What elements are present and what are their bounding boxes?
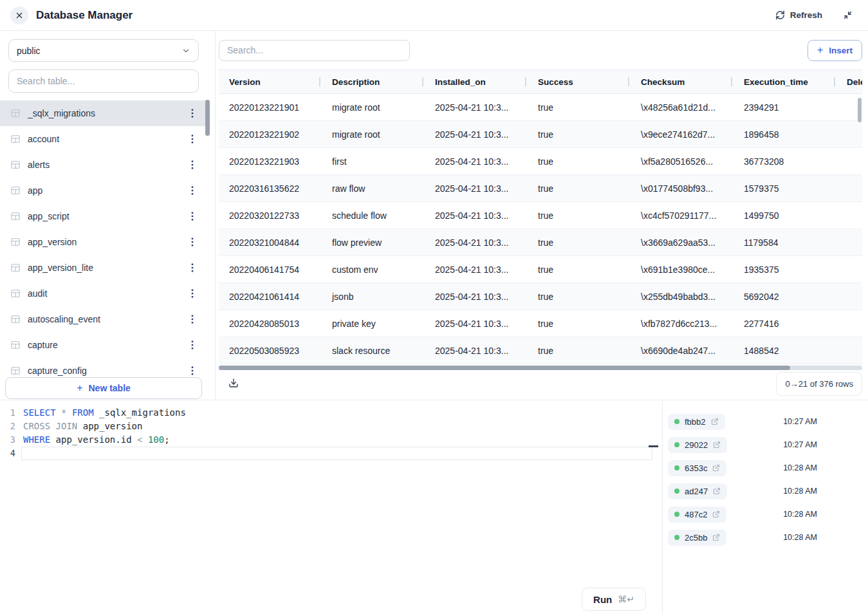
cell-success[interactable]: true	[528, 156, 631, 167]
cell-execution-time[interactable]: 1896458	[734, 129, 836, 140]
refresh-button[interactable]: Refresh	[775, 10, 822, 20]
cell-installed-on[interactable]: 2025-04-21 10:3...	[425, 129, 528, 140]
history-item[interactable]: 6353c 10:28 AM	[663, 456, 868, 479]
cell-checksum[interactable]: \x691b1e3980ce...	[631, 265, 734, 275]
kebab-menu-icon[interactable]: ⋮	[185, 184, 200, 197]
cell-version[interactable]: 20220321004844	[219, 237, 322, 248]
table-row[interactable]: 20220123221902 migrate root 2025-04-21 1…	[219, 121, 862, 148]
cell-success[interactable]: true	[528, 319, 631, 329]
kebab-menu-icon[interactable]: ⋮	[185, 339, 200, 351]
table-row[interactable]: 20220421061414 jsonb 2025-04-21 10:3... …	[219, 283, 862, 310]
column-header[interactable]: Checksum	[631, 77, 734, 87]
close-button[interactable]	[10, 6, 28, 24]
table-row[interactable]: 20220320122733 schedule flow 2025-04-21 …	[219, 202, 862, 229]
query-result-pill[interactable]: 6353c	[668, 460, 726, 476]
cell-execution-time[interactable]: 1935375	[734, 265, 836, 275]
history-item[interactable]: 487c2 10:28 AM	[663, 503, 868, 526]
sidebar-table-item[interactable]: alerts ⋮	[0, 152, 207, 178]
external-link-icon[interactable]	[712, 534, 720, 541]
external-link-icon[interactable]	[712, 510, 720, 518]
cell-success[interactable]: true	[528, 265, 631, 275]
sidebar-table-item[interactable]: app ⋮	[0, 178, 207, 203]
cell-success[interactable]: true	[528, 237, 631, 248]
insert-button[interactable]: + Insert	[808, 40, 862, 61]
sidebar-table-item[interactable]: app_version_lite ⋮	[0, 255, 207, 281]
kebab-menu-icon[interactable]: ⋮	[185, 158, 200, 171]
cell-version[interactable]: 20220428085013	[219, 319, 322, 329]
table-search-input[interactable]	[8, 70, 199, 92]
cell-description[interactable]: private key	[322, 319, 425, 329]
sidebar-table-item[interactable]: capture_config ⋮	[0, 358, 207, 377]
code-line[interactable]: 1SELECT * FROM _sqlx_migrations	[0, 406, 662, 420]
sidebar-table-item[interactable]: capture ⋮	[0, 332, 207, 358]
cell-description[interactable]: schedule flow	[322, 210, 425, 221]
sidebar-table-item[interactable]: app_version ⋮	[0, 229, 207, 255]
cell-checksum[interactable]: \xfb7827d6cc213...	[631, 319, 734, 329]
query-result-pill[interactable]: ad247	[668, 483, 727, 499]
kebab-menu-icon[interactable]: ⋮	[185, 364, 200, 377]
cell-installed-on[interactable]: 2025-04-21 10:3...	[425, 237, 528, 248]
kebab-menu-icon[interactable]: ⋮	[185, 287, 200, 300]
column-header[interactable]: Version	[219, 77, 322, 87]
history-item[interactable]: 2c5bb 10:28 AM	[663, 526, 868, 549]
history-item[interactable]: fbbb2 10:27 AM	[663, 410, 868, 433]
kebab-menu-icon[interactable]: ⋮	[185, 210, 200, 223]
sidebar-table-item[interactable]: _sqlx_migrations ⋮	[0, 100, 207, 126]
code-line[interactable]: 3WHERE app_version.id < 100;	[0, 433, 662, 447]
cell-version[interactable]: 20220406141754	[219, 265, 322, 275]
horizontal-scrollbar[interactable]	[219, 366, 862, 370]
query-result-pill[interactable]: 2c5bb	[668, 530, 726, 546]
kebab-menu-icon[interactable]: ⋮	[185, 236, 200, 248]
cell-description[interactable]: migrate root	[322, 102, 425, 113]
cell-description[interactable]: flow preview	[322, 237, 425, 248]
schema-select[interactable]: public	[8, 39, 199, 62]
cell-checksum[interactable]: \x255db49babd3...	[631, 292, 734, 302]
cell-installed-on[interactable]: 2025-04-21 10:3...	[425, 346, 528, 356]
query-result-pill[interactable]: 29022	[668, 437, 727, 453]
cell-version[interactable]: 20220123221902	[219, 129, 322, 140]
cell-checksum[interactable]: \xc4cf570291177...	[631, 210, 734, 221]
cell-success[interactable]: true	[528, 102, 631, 113]
cell-description[interactable]: jsonb	[322, 292, 425, 302]
query-result-pill[interactable]: 487c2	[668, 507, 726, 523]
external-link-icon[interactable]	[711, 418, 719, 425]
cell-execution-time[interactable]: 1579375	[734, 183, 836, 194]
new-table-button[interactable]: + New table	[5, 377, 202, 399]
cell-execution-time[interactable]: 1499750	[734, 210, 836, 221]
external-link-icon[interactable]	[713, 441, 721, 449]
history-item[interactable]: ad247 10:28 AM	[663, 479, 868, 503]
column-header[interactable]: Dele	[836, 77, 862, 87]
table-row[interactable]: 20220428085013 private key 2025-04-21 10…	[219, 310, 862, 337]
editor-scroll-handle[interactable]	[649, 445, 658, 447]
cell-description[interactable]: custom env	[322, 265, 425, 275]
column-header[interactable]: Description	[322, 77, 425, 87]
query-result-pill[interactable]: fbbb2	[668, 414, 725, 430]
table-row[interactable]: 20220503085923 slack resource 2025-04-21…	[219, 337, 862, 364]
cell-checksum[interactable]: \x3669a629aa53...	[631, 237, 734, 248]
cell-version[interactable]: 20220123221901	[219, 102, 322, 113]
cell-execution-time[interactable]: 36773208	[734, 156, 836, 167]
cell-execution-time[interactable]: 1179584	[734, 237, 836, 248]
cell-installed-on[interactable]: 2025-04-21 10:3...	[425, 183, 528, 194]
cell-success[interactable]: true	[528, 210, 631, 221]
table-row[interactable]: 20220123221903 first 2025-04-21 10:3... …	[219, 148, 862, 175]
cell-execution-time[interactable]: 2394291	[734, 102, 836, 113]
cell-installed-on[interactable]: 2025-04-21 10:3...	[425, 156, 528, 167]
compress-button[interactable]	[843, 10, 853, 20]
cell-version[interactable]: 20220123221903	[219, 156, 322, 167]
cell-installed-on[interactable]: 2025-04-21 10:3...	[425, 265, 528, 275]
cell-execution-time[interactable]: 5692042	[734, 292, 836, 302]
row-search-input[interactable]	[219, 40, 410, 61]
column-header[interactable]: Success	[528, 77, 631, 87]
cell-checksum[interactable]: \x9ece274162d7...	[631, 129, 734, 140]
cell-success[interactable]: true	[528, 183, 631, 194]
table-row[interactable]: 20220123221901 migrate root 2025-04-21 1…	[219, 94, 862, 121]
cell-checksum[interactable]: \xf5a280516526...	[631, 156, 734, 167]
sidebar-scrollbar-thumb[interactable]	[205, 100, 210, 136]
kebab-menu-icon[interactable]: ⋮	[185, 261, 200, 274]
column-header[interactable]: Installed_on	[425, 77, 528, 87]
cell-description[interactable]: slack resource	[322, 346, 425, 356]
cell-version[interactable]: 20220503085923	[219, 346, 322, 356]
external-link-icon[interactable]	[712, 464, 720, 472]
cell-description[interactable]: migrate root	[322, 129, 425, 140]
